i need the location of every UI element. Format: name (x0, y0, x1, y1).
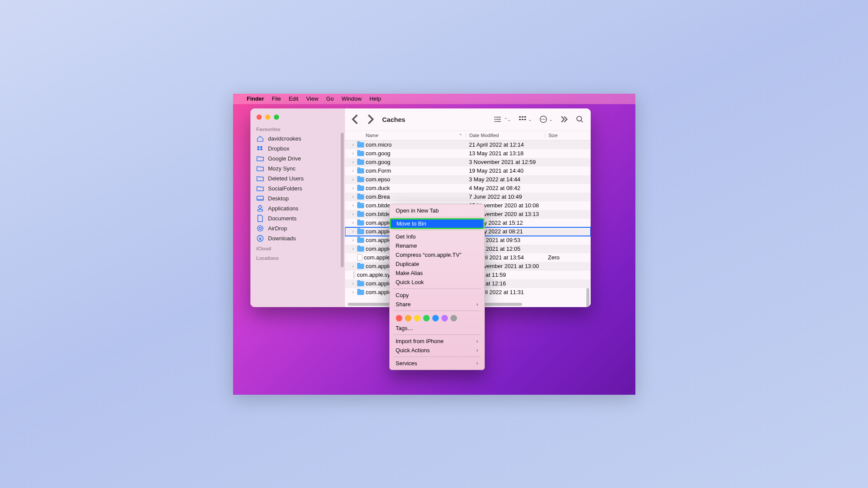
sidebar-scrollbar[interactable] (341, 133, 344, 267)
chevron-down-icon: ⌄ (528, 117, 532, 122)
folder-icon (357, 212, 364, 217)
view-list-button[interactable]: ⌃⌄ (493, 115, 513, 123)
minimise-button[interactable] (265, 115, 270, 120)
file-row[interactable]: ›com.epso3 May 2022 at 14:44 (345, 175, 591, 184)
sidebar-item-label: Deleted Users (268, 175, 304, 182)
document-icon (357, 254, 362, 261)
menu-share[interactable]: Share› (390, 300, 484, 309)
menu-file[interactable]: File (272, 95, 281, 102)
file-row[interactable]: ›com.goog13 May 2021 at 13:18 (345, 149, 591, 158)
menu-open-new-tab[interactable]: Open in New Tab (390, 206, 484, 215)
tag-color-dot[interactable] (405, 315, 411, 321)
menu-window[interactable]: Window (342, 95, 362, 102)
file-name: com.bitde (366, 211, 390, 217)
file-row[interactable]: ›com.micro21 April 2022 at 12:14 (345, 141, 591, 149)
submenu-arrow-icon: › (477, 347, 478, 353)
context-menu: Open in New Tab Move to Bin Get Info Ren… (389, 204, 485, 370)
sidebar-item-downloads[interactable]: Downloads (250, 233, 345, 243)
disclosure-triangle-icon[interactable]: › (351, 229, 355, 234)
column-name[interactable]: Name⌃ (345, 133, 466, 138)
disclosure-triangle-icon[interactable]: › (351, 194, 355, 199)
overflow-button[interactable] (559, 115, 570, 123)
folder-icon (357, 264, 364, 269)
menu-rename[interactable]: Rename (390, 241, 484, 250)
file-row[interactable]: ›com.goog3 November 2021 at 12:59 (345, 158, 591, 167)
file-name: com.micro (366, 141, 392, 148)
menu-copy[interactable]: Copy (390, 291, 484, 300)
column-headers: Name⌃ Date Modified Size (345, 131, 591, 141)
file-row[interactable]: ›com.Brea7 June 2022 at 10:49 (345, 193, 591, 201)
column-date[interactable]: Date Modified (466, 133, 545, 138)
sidebar-item-deleted-users[interactable]: Deleted Users (250, 174, 345, 183)
sidebar-item-socialfolders[interactable]: SocialFolders (250, 183, 345, 193)
file-date: 21 April 2022 at 12:14 (466, 141, 545, 148)
sidebar-item-mozy-sync[interactable]: Mozy Sync (250, 164, 345, 174)
file-row[interactable]: ›com.duck4 May 2022 at 08:42 (345, 184, 591, 193)
forward-button[interactable] (365, 114, 375, 124)
svg-rect-12 (524, 119, 526, 120)
group-button[interactable]: ⌄ (517, 115, 533, 123)
back-button[interactable] (350, 114, 361, 124)
window-title: Caches (382, 116, 405, 123)
vertical-scrollbar[interactable] (586, 288, 589, 307)
action-button[interactable]: ⌄ (538, 115, 554, 123)
zoom-button[interactable] (274, 115, 279, 120)
menu-services[interactable]: Services› (390, 359, 484, 368)
menu-go[interactable]: Go (326, 95, 334, 102)
disclosure-triangle-icon[interactable]: › (351, 203, 355, 208)
menu-view[interactable]: View (306, 95, 319, 102)
tag-color-dot[interactable] (441, 315, 448, 321)
disclosure-triangle-icon[interactable]: › (351, 246, 355, 251)
close-button[interactable] (256, 115, 262, 120)
file-name: com.bitde (366, 202, 390, 209)
sidebar-section-favourites: Favourites (250, 124, 345, 134)
sidebar-item-documents[interactable]: Documents (250, 213, 345, 223)
sidebar-item-label: Downloads (268, 235, 296, 242)
sidebar-item-desktop[interactable]: Desktop (250, 193, 345, 203)
sidebar-item-dropbox[interactable]: Dropbox (250, 144, 345, 154)
column-size[interactable]: Size (545, 133, 591, 138)
tag-color-dot[interactable] (423, 315, 430, 321)
menu-get-info[interactable]: Get Info (390, 232, 484, 241)
menu-quick-actions[interactable]: Quick Actions› (390, 346, 484, 355)
sidebar-item-davidcrookes[interactable]: davidcrookes (250, 134, 345, 144)
menu-edit[interactable]: Edit (289, 95, 298, 102)
menu-compress[interactable]: Compress “com.apple.TV” (390, 250, 484, 259)
disclosure-triangle-icon[interactable]: › (351, 238, 355, 242)
menu-make-alias[interactable]: Make Alias (390, 269, 484, 278)
disclosure-triangle-icon[interactable]: › (351, 160, 355, 164)
disclosure-triangle-icon[interactable]: › (351, 264, 355, 269)
tag-color-dot[interactable] (414, 315, 421, 321)
sidebar-item-google-drive[interactable]: Google Drive (250, 154, 345, 164)
menu-import[interactable]: Import from iPhone› (390, 337, 484, 346)
menu-quick-look[interactable]: Quick Look (390, 278, 484, 287)
menu-duplicate[interactable]: Duplicate (390, 259, 484, 269)
menu-help[interactable]: Help (369, 95, 381, 102)
svg-rect-10 (519, 119, 521, 120)
disclosure-triangle-icon[interactable]: › (351, 212, 355, 216)
disclosure-triangle-icon[interactable]: › (351, 281, 355, 286)
search-button[interactable] (574, 115, 585, 123)
submenu-arrow-icon: › (477, 338, 478, 344)
menu-tags[interactable]: Tags… (390, 324, 484, 333)
disclosure-triangle-icon[interactable]: › (351, 177, 355, 182)
file-name: com.goog (366, 150, 391, 157)
svg-point-2 (259, 227, 261, 229)
disclosure-triangle-icon[interactable]: › (351, 186, 355, 190)
app-menu[interactable]: Finder (247, 95, 264, 102)
folder-icon (256, 165, 264, 172)
sidebar-section-icloud: iCloud (250, 243, 345, 253)
disclosure-triangle-icon[interactable]: › (351, 151, 355, 156)
sidebar-item-applications[interactable]: Applications (250, 203, 345, 213)
sidebar-item-airdrop[interactable]: AirDrop (250, 223, 345, 233)
tag-color-dot[interactable] (450, 315, 457, 321)
file-row[interactable]: ›com.Form19 May 2021 at 14:40 (345, 167, 591, 175)
tag-color-dot[interactable] (396, 315, 402, 321)
disclosure-triangle-icon[interactable]: › (351, 220, 355, 225)
disclosure-triangle-icon[interactable]: › (351, 168, 355, 173)
sidebar-item-label: Applications (268, 205, 299, 212)
disclosure-triangle-icon[interactable]: › (351, 290, 355, 295)
disclosure-triangle-icon[interactable]: › (351, 142, 355, 147)
tag-color-dot[interactable] (432, 315, 439, 321)
menu-move-to-bin[interactable]: Move to Bin (391, 219, 483, 228)
